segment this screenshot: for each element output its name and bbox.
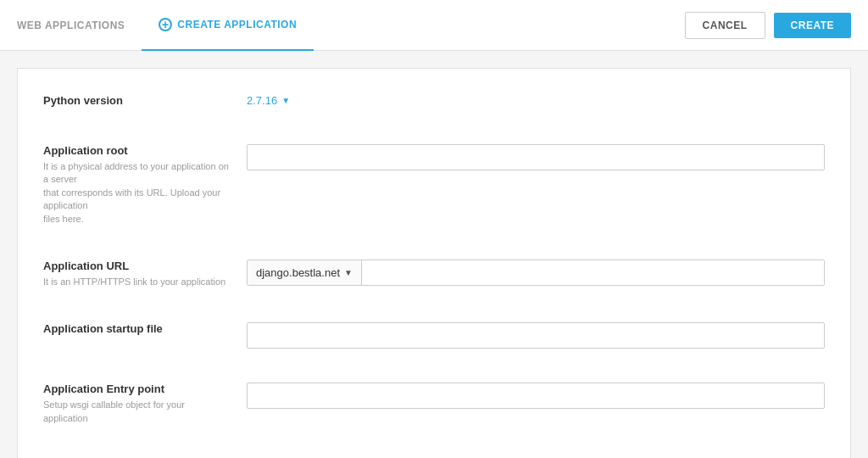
application-url-desc: It is an HTTP/HTTPS link to your applica… xyxy=(43,276,230,288)
application-url-row: Application URL It is an HTTP/HTTPS link… xyxy=(43,260,825,305)
startup-file-input[interactable] xyxy=(247,322,825,349)
python-version-value: 2.7.16 xyxy=(247,94,277,107)
python-version-row: Python version 2.7.16 ▼ xyxy=(43,94,825,127)
startup-file-label-col: Application startup file xyxy=(43,322,247,338)
top-nav: WEB APPLICATIONS + CREATE APPLICATION CA… xyxy=(0,0,868,51)
plus-symbol: + xyxy=(162,19,170,31)
startup-file-control xyxy=(247,322,825,349)
web-applications-label: WEB APPLICATIONS xyxy=(17,20,125,31)
url-suffix-input[interactable] xyxy=(362,260,824,285)
python-version-label: Python version xyxy=(43,94,230,107)
startup-file-row: Application startup file xyxy=(43,322,825,366)
application-root-row: Application root It is a physical addres… xyxy=(43,144,825,243)
startup-file-label: Application startup file xyxy=(43,322,230,335)
entry-point-control xyxy=(247,383,825,409)
application-root-label: Application root xyxy=(43,144,230,157)
entry-point-label-col: Application Entry point Setup wsgi calla… xyxy=(43,383,247,425)
entry-point-row: Application Entry point Setup wsgi calla… xyxy=(43,383,825,442)
python-version-chevron: ▼ xyxy=(281,96,290,105)
application-root-control xyxy=(247,144,825,170)
url-input-wrapper: django.bestla.net ▼ xyxy=(247,260,825,286)
url-prefix-chevron: ▼ xyxy=(344,268,353,277)
create-tab-plus-icon: + xyxy=(159,18,172,31)
main-content: Python version 2.7.16 ▼ Application root… xyxy=(0,51,868,458)
python-version-control: 2.7.16 ▼ xyxy=(247,94,825,107)
create-application-label: CREATE APPLICATION xyxy=(177,19,297,31)
application-root-label-col: Application root It is a physical addres… xyxy=(43,144,247,226)
url-prefix[interactable]: django.bestla.net ▼ xyxy=(248,260,362,285)
create-button[interactable]: CREATE xyxy=(774,13,851,38)
create-application-tab[interactable]: + CREATE APPLICATION xyxy=(142,0,314,51)
python-version-label-col: Python version xyxy=(43,94,247,110)
python-version-select[interactable]: 2.7.16 ▼ xyxy=(247,94,290,107)
application-url-label: Application URL xyxy=(43,260,230,272)
url-prefix-text: django.bestla.net xyxy=(256,266,340,279)
web-applications-tab[interactable]: WEB APPLICATIONS xyxy=(17,20,142,31)
application-url-control: django.bestla.net ▼ xyxy=(247,260,825,286)
entry-point-label: Application Entry point xyxy=(43,383,230,395)
application-url-label-col: Application URL It is an HTTP/HTTPS link… xyxy=(43,260,247,288)
application-root-input[interactable] xyxy=(247,144,825,170)
entry-point-desc: Setup wsgi callable object for your appl… xyxy=(43,399,230,425)
cancel-button[interactable]: CANCEL xyxy=(685,12,765,39)
application-root-desc: It is a physical address to your applica… xyxy=(43,160,230,226)
header-actions: CANCEL CREATE xyxy=(685,12,851,39)
entry-point-input[interactable] xyxy=(247,383,825,409)
form-card: Python version 2.7.16 ▼ Application root… xyxy=(17,68,851,458)
